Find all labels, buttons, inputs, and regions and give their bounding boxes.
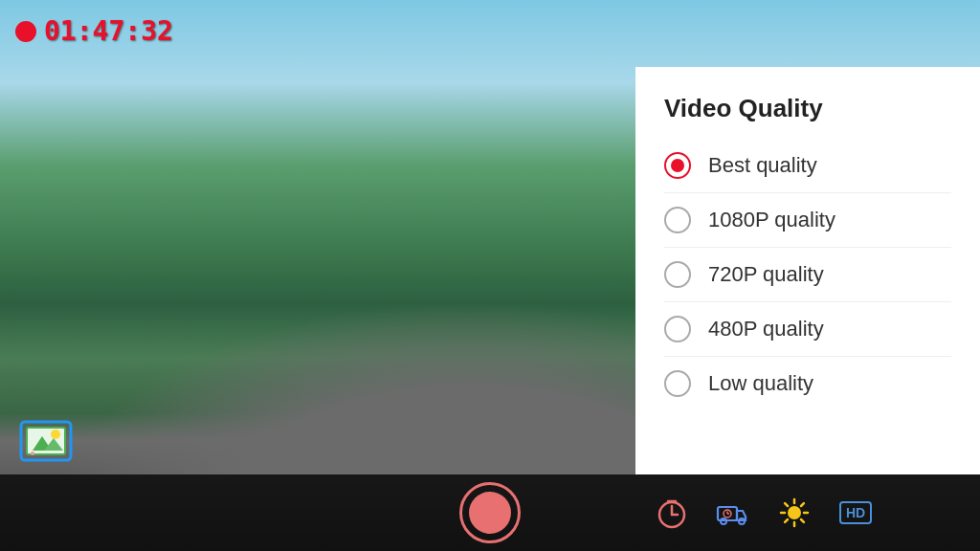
radio-low bbox=[664, 370, 691, 397]
quality-panel: Video Quality Best quality 1080P quality… bbox=[635, 67, 980, 474]
radio-1080p bbox=[664, 207, 691, 233]
recording-time: 01:47:32 bbox=[44, 15, 173, 47]
record-button-inner bbox=[469, 492, 511, 534]
record-button[interactable] bbox=[459, 482, 521, 543]
svg-point-4 bbox=[51, 430, 60, 439]
quality-label-best: Best quality bbox=[708, 153, 817, 178]
svg-line-23 bbox=[801, 503, 804, 506]
svg-point-16 bbox=[788, 506, 801, 519]
hd-icon[interactable]: HD bbox=[835, 492, 877, 534]
radio-480p bbox=[664, 316, 691, 342]
quality-option-low[interactable]: Low quality bbox=[664, 357, 951, 410]
svg-line-21 bbox=[785, 503, 788, 506]
svg-line-22 bbox=[801, 519, 804, 522]
recording-dot bbox=[15, 21, 36, 42]
svg-line-24 bbox=[785, 519, 788, 522]
quality-label-720p: 720P quality bbox=[708, 262, 824, 287]
radio-inner-best bbox=[671, 159, 684, 172]
toolbar-right: HD bbox=[547, 492, 980, 534]
timer-icon[interactable] bbox=[651, 492, 693, 534]
quality-option-best[interactable]: Best quality bbox=[664, 139, 951, 193]
record-button-container bbox=[433, 482, 547, 543]
svg-point-5 bbox=[31, 452, 34, 455]
bottom-toolbar: HD bbox=[0, 474, 980, 551]
radio-720p bbox=[664, 261, 691, 288]
recording-indicator: 01:47:32 bbox=[15, 15, 173, 47]
quality-option-480p[interactable]: 480P quality bbox=[664, 302, 951, 357]
quality-option-720p[interactable]: 720P quality bbox=[664, 248, 951, 302]
gallery-icon[interactable] bbox=[19, 417, 77, 465]
quality-option-1080p[interactable]: 1080P quality bbox=[664, 193, 951, 248]
quality-label-1080p: 1080P quality bbox=[708, 208, 835, 232]
brightness-icon[interactable] bbox=[773, 492, 815, 534]
delivery-icon[interactable] bbox=[712, 492, 754, 534]
radio-best bbox=[664, 152, 691, 179]
hd-badge-label: HD bbox=[839, 501, 872, 525]
quality-label-low: Low quality bbox=[708, 371, 813, 396]
quality-label-480p: 480P quality bbox=[708, 317, 824, 342]
quality-panel-title: Video Quality bbox=[664, 94, 951, 123]
